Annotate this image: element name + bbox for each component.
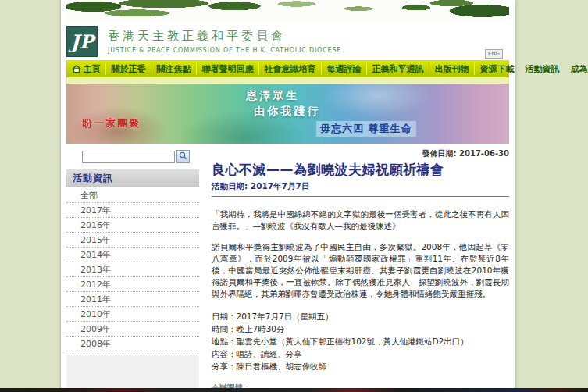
sidebar-section-title: 活動資訊 — [66, 169, 199, 187]
publish-date: 發佈日期: 2017-06-30 — [212, 148, 509, 159]
nav-item-label: 成為正委之友 — [571, 63, 588, 75]
nav-item-label: 關注焦點 — [157, 63, 191, 75]
banner-slogan-june4: 毋忘六四 尊重生命 — [316, 121, 416, 137]
event-date: 活動日期: 2017年7月7日 — [212, 181, 509, 192]
article-paragraph-quote: 「我期待，我將是中國綿綿不絕的文字獄的最後一個受害者，從此之後不再有人因言獲罪。… — [212, 208, 509, 232]
nav-item-home[interactable]: 主頁 — [66, 63, 105, 75]
sidebar-item-all[interactable]: 全部 — [66, 188, 199, 203]
sidebar-item-2017[interactable]: 2017年 — [66, 203, 199, 218]
nav-item-downloads[interactable]: 資源下載 — [474, 63, 519, 75]
nav-item-label: 出版刊物 — [435, 63, 469, 75]
protest-photo-collage-banner: 盼一家團聚 恩澤眾生 由你我踐行 毋忘六四 尊重生命 — [66, 84, 509, 144]
event-detail-speakers: 分享：陳日君樞機、胡志偉牧師 — [212, 360, 509, 372]
sidebar-item-2013[interactable]: 2013年 — [66, 262, 199, 277]
nav-item-education[interactable]: 社會意識培育 — [258, 63, 321, 75]
site-header: JP 香港天主教正義和平委員會 JUSTICE & PEACE COMMISSI… — [66, 24, 509, 59]
sidebar-item-2012[interactable]: 2012年 — [66, 277, 199, 292]
nav-item-about[interactable]: 關於正委 — [105, 63, 151, 75]
sidebar-item-2016[interactable]: 2016年 — [66, 218, 199, 233]
sidebar-item-2015[interactable]: 2015年 — [66, 233, 199, 248]
nav-item-weekly-commentary[interactable]: 每週評論 — [321, 63, 366, 75]
nav-item-newsletter[interactable]: 正義和平通訊 — [366, 63, 429, 75]
nav-item-label: 活動資訊 — [526, 63, 560, 75]
sidebar: 活動資訊 全部 2017年 2016年 2015年 2014年 2013年 20… — [66, 147, 199, 392]
nav-item-label: 聯署聲明回應 — [202, 63, 254, 75]
nav-item-label: 社會意識培育 — [265, 63, 316, 75]
search-bar — [82, 150, 199, 163]
nav-item-membership[interactable]: 成為正委之友 — [565, 63, 588, 75]
search-button[interactable] — [176, 150, 190, 163]
nav-item-publications[interactable]: 出版刊物 — [429, 63, 474, 75]
search-input[interactable] — [82, 151, 175, 163]
site-title-zh: 香港天主教正義和平委員會 — [108, 29, 341, 44]
foliage-banner-image — [66, 0, 509, 22]
nav-item-events[interactable]: 活動資訊 — [519, 63, 565, 75]
article: 發佈日期: 2017-06-30 良心不滅——為劉曉波夫婦祝願祈禱會 活動日期:… — [212, 147, 509, 392]
nav-item-label: 主頁 — [84, 63, 101, 75]
main-nav: 主頁 關於正委 關注焦點 聯署聲明回應 社會意識培育 每週評論 正義和平通訊 出… — [66, 60, 509, 77]
banner-slogan-grace-line2: 由你我踐行 — [254, 105, 320, 119]
article-paragraph-background: 諾貝爾和平獎得主劉曉波為了中國民主自由，多次繫獄。2008年，他因起草《零八憲章… — [212, 241, 509, 300]
sidebar-item-2014[interactable]: 2014年 — [66, 248, 199, 262]
language-switch-eng-button[interactable]: ENG — [485, 49, 503, 59]
sidebar-footer-box — [66, 355, 199, 392]
event-details: 日期：2017年7月7日（星期五） 時間：晚上7時30分 地點：聖雲先小堂（黃大… — [212, 310, 509, 372]
sidebar-item-2010[interactable]: 2010年 — [66, 307, 199, 322]
nav-item-focus[interactable]: 關注焦點 — [151, 63, 196, 75]
sidebar-item-2008[interactable]: 2008年 — [66, 337, 199, 351]
nav-item-label: 每週評論 — [327, 63, 362, 75]
title-divider — [212, 196, 509, 197]
nav-item-petitions[interactable]: 聯署聲明回應 — [196, 63, 258, 75]
sidebar-year-list: 全部 2017年 2016年 2015年 2014年 2013年 2012年 2… — [66, 188, 199, 351]
event-detail-time: 時間：晚上7時30分 — [212, 323, 509, 335]
logo-monogram: JP — [70, 30, 93, 53]
site-logo[interactable]: JP — [66, 26, 98, 57]
sidebar-item-2011[interactable]: 2011年 — [66, 292, 199, 307]
header-divider-strip — [66, 77, 509, 84]
page-container: JP 香港天主教正義和平委員會 JUSTICE & PEACE COMMISSI… — [61, 0, 515, 392]
banner-slogan-grace-line1: 恩澤眾生 — [246, 89, 299, 103]
event-detail-content: 內容：唱詩、讀經、分享 — [212, 347, 509, 360]
site-title-en: JUSTICE & PEACE COMMISSION OF THE H.K. C… — [108, 47, 341, 54]
screen-bottom-edge — [0, 388, 588, 392]
nav-item-label: 正義和平通訊 — [372, 63, 424, 75]
nav-item-label: 資源下載 — [480, 63, 515, 75]
home-icon — [72, 65, 81, 73]
nav-item-label: 關於正委 — [112, 63, 146, 75]
sidebar-item-2009[interactable]: 2009年 — [66, 322, 199, 337]
site-titles: 香港天主教正義和平委員會 JUSTICE & PEACE COMMISSION … — [108, 29, 341, 54]
banner-slogan-family-reunion: 盼一家團聚 — [82, 116, 141, 130]
event-detail-date: 日期：2017年7月7日（星期五） — [212, 310, 509, 323]
search-icon — [179, 151, 187, 162]
article-title: 良心不滅——為劉曉波夫婦祝願祈禱會 — [212, 161, 509, 179]
event-detail-venue: 地點：聖雲先小堂（黃大仙下邨正德街102號，黃大仙港鐵站D2出口） — [212, 335, 509, 347]
